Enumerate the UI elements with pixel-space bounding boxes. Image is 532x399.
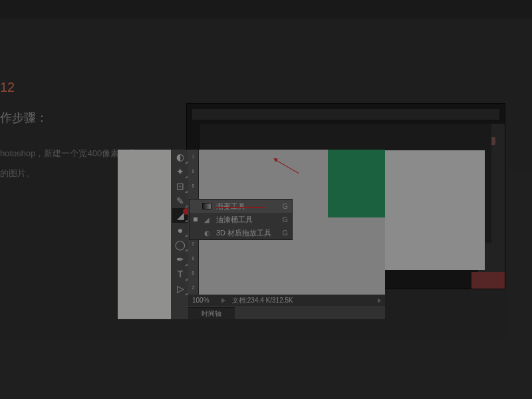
bg-toolbar xyxy=(192,109,499,120)
type-tool[interactable]: T xyxy=(172,267,188,281)
flyout-indicator-icon xyxy=(185,161,188,164)
gradient-tool-flyout: 渐变工具G油漆桶工具G3D 材质拖放工具G xyxy=(189,199,293,240)
ruler-mark: 0 xyxy=(192,184,195,188)
flyout-indicator-icon xyxy=(185,205,188,207)
photoshop-window: ◐✦⊡✎◢●◯✒T▷ 1001502002 渐变工具G油漆桶工具G3D 材质拖放… xyxy=(118,150,385,319)
ruler-mark: 2 xyxy=(192,241,195,246)
gradient-icon xyxy=(201,202,212,210)
status-menu-icon[interactable] xyxy=(378,298,381,303)
zoom-level[interactable]: 100% xyxy=(192,297,215,304)
bucket-icon xyxy=(201,215,212,223)
tools-panel: ◐✦⊡✎◢●◯✒T▷ xyxy=(172,150,188,296)
document-size-label[interactable]: 文档:234.4 K/312.5K xyxy=(232,296,371,305)
shortcut-key: G xyxy=(282,229,288,237)
ruler-mark: 0 xyxy=(192,256,195,261)
3d-icon xyxy=(201,229,212,237)
lasso-tool[interactable]: ◐ xyxy=(172,150,188,164)
gradient-tool[interactable]: ◢ xyxy=(172,208,188,223)
flyout-indicator-icon xyxy=(185,234,188,237)
flyout-indicator-icon xyxy=(185,176,188,178)
dodge-tool[interactable]: ◯ xyxy=(172,237,188,252)
ruler-mark: 1 xyxy=(192,154,195,159)
flyout-item-label: 3D 材质拖放工具 xyxy=(216,228,278,238)
status-bar: 100% 文档:234.4 K/312.5K xyxy=(188,295,385,306)
annotation-arrow xyxy=(275,160,299,174)
step-number: 12 xyxy=(0,80,15,95)
ruler-mark: 2 xyxy=(192,285,195,290)
timeline-panel-tab[interactable]: 时间轴 xyxy=(188,307,235,319)
magic-wand-tool[interactable]: ✦ xyxy=(172,164,188,179)
active-indicator-icon xyxy=(194,231,198,235)
annotation-underline xyxy=(216,207,265,208)
ruler-mark: 0 xyxy=(192,169,195,174)
crop-tool[interactable]: ⊡ xyxy=(172,179,188,194)
blur-tool[interactable]: ● xyxy=(172,223,188,237)
active-indicator-icon xyxy=(194,217,198,221)
flyout-indicator-icon xyxy=(185,190,188,193)
eyedropper-tool[interactable]: ✎ xyxy=(172,194,188,208)
path-select-tool[interactable]: ▷ xyxy=(172,281,188,296)
flyout-item-label: 渐变工具 xyxy=(216,201,278,211)
step-heading: 作步骤： xyxy=(0,110,48,126)
pen-tool[interactable]: ✒ xyxy=(172,252,188,267)
shortcut-key: G xyxy=(282,202,288,210)
flyout-indicator-icon xyxy=(185,278,188,281)
flyout-indicator-icon xyxy=(185,219,188,222)
paper-texture-strip xyxy=(118,150,171,319)
instruction-text-2: 的图片。 xyxy=(0,168,35,180)
flyout-indicator-icon xyxy=(185,263,188,266)
shortcut-key: G xyxy=(282,215,288,223)
tutorial-top-bar xyxy=(0,0,532,19)
flyout-item-gradient[interactable]: 渐变工具G xyxy=(190,200,292,213)
active-indicator-icon xyxy=(194,204,198,208)
flyout-item-3d[interactable]: 3D 材质拖放工具G xyxy=(190,226,292,239)
bg-corner-element xyxy=(471,272,505,289)
green-shape-layer[interactable] xyxy=(328,150,385,217)
flyout-indicator-icon xyxy=(185,293,188,295)
status-expand-icon[interactable] xyxy=(221,298,225,303)
flyout-item-label: 油漆桶工具 xyxy=(216,215,278,225)
flyout-item-bucket[interactable]: 油漆桶工具G xyxy=(190,213,292,226)
flyout-indicator-icon xyxy=(185,249,188,251)
ruler-mark: 0 xyxy=(192,271,195,275)
